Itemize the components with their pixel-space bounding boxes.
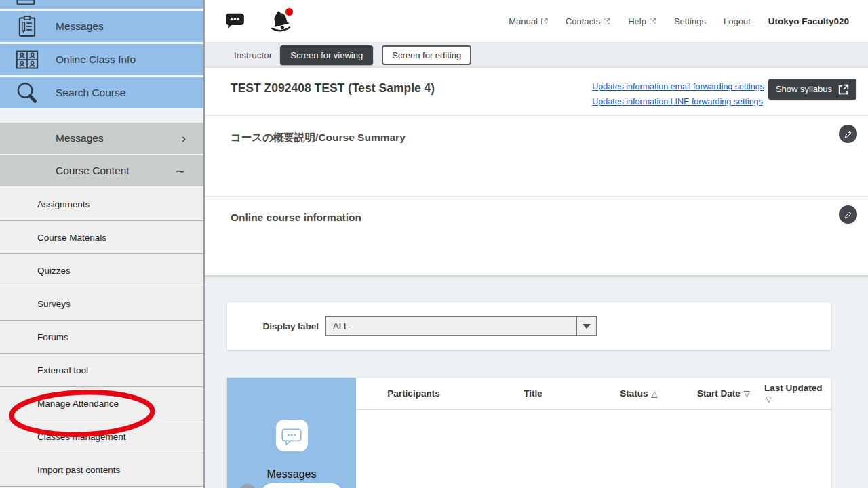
screen-for-editing-tab[interactable]: Screen for editing [382,45,471,65]
search-icon [14,79,41,106]
display-label-select[interactable]: ALL [326,316,597,336]
messages-tile-label: Messages [267,468,317,481]
messages-badge [276,420,308,451]
sidebar-item-label: Messages [56,20,104,33]
edit-course-summary-button[interactable] [839,125,857,143]
sidebar-item-import-past-contents[interactable]: Import past contents [0,453,203,487]
messages-bubble-icon[interactable] [225,12,245,30]
forwarding-links: Updates information email forwarding set… [592,79,764,115]
notification-dot [285,8,293,16]
messages-tile[interactable]: Messages [227,378,356,488]
sidebar-item-manage-attendance[interactable]: Manage Attendance [0,387,203,420]
chevron-right-icon: › [182,131,186,146]
col-title: Title [471,388,595,399]
col-start-date-sort[interactable]: Start Date▽ [683,388,764,399]
nav-settings-link[interactable]: Settings [674,16,706,26]
course-panel: TEST Z092408 TEST (Test Sample 4) Update… [205,68,868,275]
email-forwarding-settings-link[interactable]: Updates information email forwarding set… [592,79,764,94]
edit-online-course-info-button[interactable] [839,205,857,224]
logged-in-user: Utokyo Faculty020 [768,16,849,26]
sidebar: Messages Online Class Info [0,0,205,488]
nav-manual-link[interactable]: Manual [509,16,548,26]
display-label-filter-card: Display label ALL [227,302,831,350]
sidebar-menu-course-content[interactable]: Course Content ∼ [0,155,203,186]
sidebar-item-label: Search Course [56,87,125,99]
nav-help-link[interactable]: Help [628,16,656,26]
lms-page: Messages Online Class Info [0,0,868,488]
chevron-down-icon [583,324,591,329]
nav-contacts-link[interactable]: Contacts [566,16,610,26]
main-area: Manual Contacts Help [205,0,868,488]
clipboard-icon [14,13,41,40]
sidebar-item-forums[interactable]: Forums [0,321,203,354]
pencil-icon [843,209,854,220]
contents-table-card: Messages Participants Title Status△ [227,378,831,488]
role-label: Instructor [234,50,272,60]
selected-option: ALL [326,321,576,331]
select-arrow-button[interactable] [576,317,596,336]
col-participants: Participants [356,388,471,399]
calendar-icon [14,0,38,8]
col-status-sort[interactable]: Status△ [595,388,683,399]
nav-logout-link[interactable]: Logout [724,16,751,26]
menu-header-label: Messages [56,132,104,144]
sidebar-spacer [0,110,203,123]
chevron-collapse-icon: ∼ [175,163,186,179]
sidebar-item-label: Online Class Info [56,54,136,66]
notifications-bell-icon[interactable] [269,7,293,35]
course-title: TEST Z092408 TEST (Test Sample 4) [231,81,592,115]
view-mode-toolbar: Instructor Screen for viewing Screen for… [205,42,868,68]
sidebar-item-surveys[interactable]: Surveys [0,287,203,321]
display-label: Display label [227,321,319,331]
sidebar-item-quizzes[interactable]: Quizzes [0,254,203,287]
tile-partial-button[interactable] [262,483,342,488]
pencil-icon [843,129,854,140]
sidebar-item-course-materials[interactable]: Course Materials [0,221,203,254]
sort-desc-icon: ▽ [766,394,831,405]
line-forwarding-settings-link[interactable]: Updates information LINE forwarding sett… [592,94,764,109]
course-summary-heading: コースの概要説明/Course Summary [231,131,868,145]
sidebar-item-messages[interactable]: Messages [0,11,203,42]
sidebar-item-search-course[interactable]: Search Course [0,77,203,108]
screen-for-viewing-tab[interactable]: Screen for viewing [280,45,373,65]
menu-header-label: Course Content [56,165,130,177]
sidebar-item-external-tool[interactable]: External tool [0,354,203,387]
course-title-row: TEST Z092408 TEST (Test Sample 4) Update… [205,68,868,115]
external-link-icon [540,18,548,25]
external-link-icon [838,84,849,95]
sidebar-item-online-class-info[interactable]: Online Class Info [0,44,203,75]
sidebar-item-partial-top[interactable] [0,0,203,9]
table-header-row: Participants Title Status△ Start Date▽ L… [356,378,831,410]
class-grid-icon [14,46,41,73]
top-header: Manual Contacts Help [205,0,868,42]
sidebar-menu-messages[interactable]: Messages › [0,123,203,154]
sort-desc-icon: ▽ [744,389,750,399]
table-area: Participants Title Status△ Start Date▽ L… [356,378,831,488]
top-nav: Manual Contacts Help [509,16,849,26]
online-course-info-section: Online course information [205,197,868,275]
external-link-icon [603,18,610,25]
online-course-info-heading: Online course information [231,211,868,224]
speech-bubble-icon [280,426,303,445]
tile-partial-circle [239,484,256,488]
external-link-icon [649,18,656,25]
sort-asc-icon: △ [652,389,658,399]
col-last-updated-sort[interactable]: Last Updated▽ [764,382,831,405]
show-syllabus-button[interactable]: Show syllabus [768,79,856,100]
sidebar-item-assignments[interactable]: Assignments [0,188,203,221]
course-summary-section: コースの概要説明/Course Summary [205,116,868,196]
sidebar-item-classes-management[interactable]: Classes management [0,420,203,453]
